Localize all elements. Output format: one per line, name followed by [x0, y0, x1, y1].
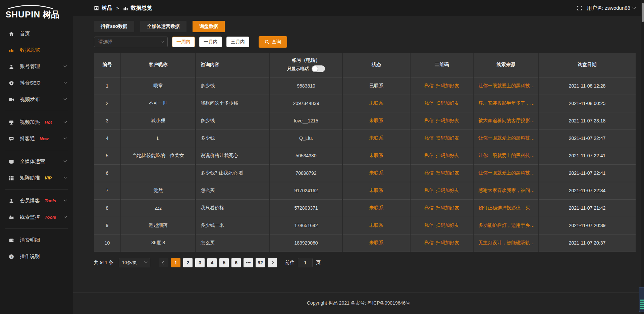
- user-icon: [9, 64, 15, 69]
- row-id: 3: [94, 112, 121, 129]
- page-button[interactable]: 92: [256, 258, 265, 267]
- sidebar-item-user[interactable]: 账号管理: [0, 58, 73, 75]
- qr-link[interactable]: 扫码加好友: [436, 188, 459, 193]
- qr-link[interactable]: 私信: [424, 118, 434, 123]
- range-button[interactable]: 三月内: [226, 37, 249, 47]
- phone-only-toggle[interactable]: [312, 65, 325, 72]
- status-badge: 未联系: [342, 95, 410, 112]
- floating-widget[interactable]: [639, 287, 644, 312]
- sidebar-item-chat[interactable]: 抖客通New: [0, 130, 73, 147]
- page-button[interactable]: 4: [207, 258, 217, 267]
- row-id: 8: [94, 199, 121, 217]
- lead-source[interactable]: 如何正确选择投影仪，买投影...: [473, 199, 538, 217]
- qr-link[interactable]: 扫码加好友: [436, 153, 459, 158]
- lead-source[interactable]: 让你一眼就爱上的黑科技，能...: [473, 164, 538, 182]
- sidebar-item-label: 全媒体运营: [20, 158, 45, 165]
- next-page-button[interactable]: [268, 258, 277, 267]
- home-icon: [9, 31, 15, 37]
- qr-link[interactable]: 私信: [424, 153, 434, 158]
- qr-link[interactable]: 私信: [424, 240, 434, 245]
- query-button[interactable]: 查询: [259, 36, 287, 48]
- range-button[interactable]: 一周内: [172, 37, 195, 47]
- page-button[interactable]: 6: [231, 258, 241, 267]
- page-button[interactable]: 2: [183, 258, 193, 267]
- row-id: 4: [94, 129, 121, 147]
- page-button[interactable]: 5: [219, 258, 229, 267]
- pagination: 共 911 条 10条/页 123456•••92 前往 页: [94, 258, 644, 267]
- table-row: 2不可一世我想问这个多少钱2097344839未联系私信扫码加好友客厅安装投影半…: [94, 95, 636, 112]
- row-id: 9: [94, 217, 121, 234]
- sidebar-item-sliders[interactable]: 线索监控Tools: [0, 209, 73, 225]
- qr-link[interactable]: 扫码加好友: [436, 170, 459, 175]
- column-header-account: 帐号（电话） 只显示电话: [270, 53, 342, 77]
- lead-source[interactable]: 多功能护栏灯，适用于乡村文...: [473, 217, 538, 234]
- sidebar-item-badge: Tools: [45, 198, 56, 203]
- chevron-down-icon: [161, 39, 164, 43]
- qr-actions: 私信扫码加好友: [410, 112, 473, 129]
- page-button[interactable]: 1: [171, 258, 180, 267]
- grid-icon: [9, 175, 15, 181]
- breadcrumb-chart-icon: [123, 6, 128, 11]
- sidebar-item-video-camera[interactable]: 视频发布: [0, 91, 73, 108]
- qr-link[interactable]: 扫码加好友: [436, 100, 459, 106]
- inquiry-content: 多少钱: [196, 77, 270, 95]
- qr-link[interactable]: 私信: [424, 83, 434, 88]
- lead-source[interactable]: 让你一眼就爱上的黑科技，能...: [473, 77, 538, 95]
- lead-source[interactable]: 让你一眼就爱上的黑科技，能...: [473, 147, 538, 164]
- customer-nickname: L: [121, 129, 196, 147]
- page-ellipsis[interactable]: •••: [244, 258, 253, 267]
- prev-page-button[interactable]: [159, 258, 168, 267]
- sidebar-item-bar-chart[interactable]: 数据总览: [0, 42, 73, 58]
- sidebar-item-question[interactable]: ?操作说明: [0, 248, 73, 265]
- qr-link[interactable]: 私信: [424, 135, 434, 141]
- range-button[interactable]: 一月内: [199, 37, 222, 47]
- filter-select[interactable]: 请选择: [94, 37, 168, 47]
- divider: [5, 150, 68, 150]
- scrollbar-thumb[interactable]: [642, 3, 644, 22]
- qr-link[interactable]: 私信: [424, 100, 434, 106]
- qr-link[interactable]: 扫码加好友: [436, 118, 459, 123]
- goto-page-input[interactable]: [298, 258, 313, 267]
- fullscreen-icon[interactable]: [577, 5, 582, 11]
- sidebar-item-home[interactable]: 首页: [0, 25, 73, 42]
- inquiry-content: 说说价格让我死心: [196, 147, 270, 164]
- sidebar-item-gear[interactable]: 抖音SEO: [0, 75, 73, 91]
- qr-link[interactable]: 私信: [424, 170, 434, 175]
- sidebar-item-wallet[interactable]: 消费明细: [0, 232, 73, 248]
- lead-source[interactable]: 客厅安装投影半年多了，真实...: [473, 95, 538, 112]
- user-menu[interactable]: 用户名: zswodun88: [587, 5, 635, 11]
- total-count: 共 911 条: [94, 260, 113, 266]
- qr-actions: 私信扫码加好友: [410, 217, 473, 234]
- lead-source[interactable]: 无主灯设计，智能磁吸轨道灯...: [473, 234, 538, 252]
- lead-source[interactable]: 被大家追着问的客厅投影分享...: [473, 112, 538, 129]
- breadcrumb-separator: >: [116, 6, 119, 11]
- qr-link[interactable]: 私信: [424, 222, 434, 228]
- qr-link[interactable]: 扫码加好友: [436, 205, 459, 210]
- qr-link[interactable]: 扫码加好友: [436, 135, 459, 141]
- tab-inactive[interactable]: 全媒体运营数据: [140, 21, 186, 32]
- sidebar-item-grid[interactable]: 矩阵助推VIP: [0, 170, 73, 186]
- sidebar-item-screen-cast[interactable]: 视频加热Hot: [0, 114, 73, 130]
- qr-link[interactable]: 私信: [424, 188, 434, 193]
- sidebar-item-member[interactable]: 会员爆客Tools: [0, 193, 73, 209]
- qr-link[interactable]: 扫码加好友: [436, 222, 459, 228]
- page-button[interactable]: 3: [195, 258, 205, 267]
- sidebar-item-badge: New: [40, 136, 49, 141]
- logo: SHUPIN 树品: [0, 3, 73, 20]
- chevron-down-icon: [64, 64, 67, 67]
- goto-page: 前往 页: [285, 258, 321, 267]
- lead-source[interactable]: 让你一眼就爱上的黑科技，能...: [473, 129, 538, 147]
- table-row: 1哦章多少钱9583810已联系私信扫码加好友让你一眼就爱上的黑科技，能...2…: [94, 77, 636, 95]
- status-badge: 未联系: [342, 164, 410, 182]
- tab-active[interactable]: 询盘数据: [193, 21, 225, 32]
- page-size-select[interactable]: 10条/页: [119, 258, 150, 267]
- lead-source[interactable]: 感谢大家喜欢我家，被问了好...: [473, 182, 538, 199]
- chevron-down-icon: [64, 136, 67, 140]
- bar-chart-icon: [9, 48, 15, 53]
- breadcrumb-root[interactable]: 树品: [102, 5, 112, 12]
- qr-link[interactable]: 私信: [424, 205, 434, 210]
- qr-link[interactable]: 扫码加好友: [436, 240, 459, 245]
- tab-inactive[interactable]: 抖音seo数据: [94, 21, 134, 32]
- sidebar-item-monitor[interactable]: 全媒体运营: [0, 153, 73, 170]
- qr-link[interactable]: 扫码加好友: [436, 83, 459, 88]
